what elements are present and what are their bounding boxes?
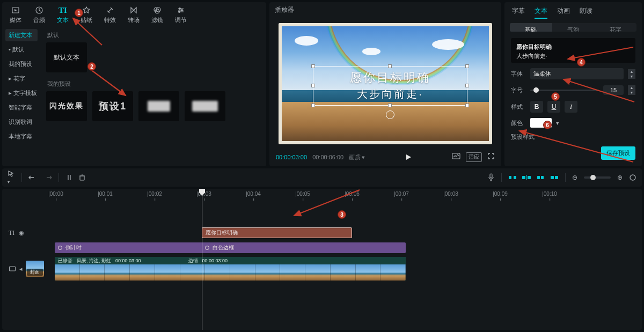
underline-button[interactable]: U (547, 101, 560, 113)
size-label: 字号 (511, 86, 526, 94)
font-label: 字体 (511, 70, 526, 78)
effect-clip-2[interactable]: 白色边框 (202, 242, 406, 253)
text-clip[interactable]: 愿你目标明确 (202, 227, 352, 238)
size-value[interactable]: 15 (603, 85, 624, 95)
fullscreen-icon[interactable] (487, 152, 495, 162)
library-panel: 媒体 音频 TI文本 贴纸 特效 转场 滤镜 调节 新建文本 • 默认 我的预设… (2, 2, 266, 166)
sidebar-item-mypreset[interactable]: 我的预设 (5, 58, 38, 70)
preset-2[interactable]: 预设1 (92, 91, 133, 121)
handle-br[interactable] (465, 104, 469, 107)
sidebar-item-template[interactable]: ▸ 文字模板 (5, 87, 38, 99)
sticker-icon (82, 5, 91, 15)
gear-icon (205, 246, 209, 250)
overlay-line2: 大步向前走· (357, 87, 423, 101)
video-dur: 00:00:03:00 (115, 258, 141, 263)
text-content-input[interactable]: 愿你目标明确 大步向前走· (511, 38, 635, 63)
handle-tl[interactable] (311, 64, 315, 68)
playhead[interactable] (202, 189, 202, 330)
cover-thumb[interactable]: 封面 (26, 261, 44, 277)
handle-tm[interactable] (388, 64, 392, 68)
tab-text[interactable]: TI文本 (57, 5, 69, 25)
select-tool-icon[interactable]: ▾ (8, 170, 15, 185)
save-preset-button[interactable]: 保存预设 (601, 146, 635, 160)
zoom-fit-icon[interactable] (629, 174, 636, 181)
zoom-in-icon[interactable]: ⊕ (617, 174, 623, 181)
preset-default-text[interactable]: 默认文本 (46, 42, 87, 72)
snap-2-icon[interactable] (522, 174, 531, 181)
player-controls: 00:00:03:00 00:00:06:00 画质 ▾ 适应 (269, 149, 501, 166)
video-clip[interactable]: 已静音 风景, 海边, 彩虹 00:00:03:00 边情 00:00:03:0… (55, 257, 406, 281)
italic-button[interactable]: I (565, 101, 577, 113)
ptab-text[interactable]: 文本 (535, 6, 547, 19)
text-icon: TI (58, 5, 68, 15)
zoom-out-icon[interactable]: ⊖ (572, 174, 577, 181)
ptab-anim[interactable]: 动画 (557, 6, 570, 19)
sidebar-item-smartcaption[interactable]: 智能字幕 (5, 101, 38, 114)
size-slider[interactable] (530, 85, 599, 95)
svg-rect-12 (514, 176, 516, 179)
color-chevron-icon[interactable]: ▾ (556, 120, 559, 127)
sidebar-item-newtext[interactable]: 新建文本 (5, 29, 38, 41)
eye-icon[interactable]: ◉ (19, 230, 24, 237)
player-stage[interactable]: 愿你目标明确 大步向前走· (269, 18, 501, 149)
size-stepper[interactable]: ▲▼ (628, 85, 635, 95)
sidebar-item-localcaption[interactable]: 本地字幕 (5, 130, 38, 143)
subtab-bubble[interactable]: 气泡 (552, 23, 595, 32)
tab-sticker[interactable]: 贴纸 (80, 5, 92, 25)
time-ruler[interactable]: |00:00 |00:01 |00:02 |00:03 |00:04 |00:0… (47, 189, 642, 201)
ratio-button[interactable]: 适应 (466, 152, 482, 162)
svg-point-6 (181, 10, 183, 11)
handle-ml[interactable] (311, 84, 315, 87)
snap-1-icon[interactable] (508, 174, 517, 181)
split-icon[interactable] (65, 174, 73, 181)
quality-select[interactable]: 画质 ▾ (349, 153, 365, 161)
font-stepper[interactable]: ▲▼ (628, 69, 635, 79)
zoom-slider[interactable] (584, 176, 611, 179)
tab-filter[interactable]: 滤镜 (151, 5, 163, 25)
properties-subtabs: 基础 气泡 花字 (510, 23, 636, 32)
sidebar-item-fancy[interactable]: ▸ 花字 (5, 72, 38, 85)
preset-grid: 默认 默认文本 我的预设 闪光效果 预设1 (41, 26, 266, 166)
rotate-handle[interactable] (386, 110, 394, 119)
time-current: 00:00:03:00 (276, 154, 307, 160)
undo-icon[interactable] (28, 174, 37, 181)
video-dur2: 00:00:03:00 (202, 258, 228, 263)
delete-icon[interactable] (78, 174, 86, 181)
scope-icon[interactable] (452, 152, 460, 162)
svg-rect-16 (541, 176, 544, 179)
snap-4-icon[interactable] (550, 174, 559, 181)
snap-3-icon[interactable] (536, 174, 545, 181)
tab-transition[interactable]: 转场 (128, 5, 140, 25)
tab-audio[interactable]: 音频 (33, 5, 45, 25)
handle-mr[interactable] (465, 84, 469, 87)
bold-button[interactable]: B (530, 101, 543, 113)
ptab-caption[interactable]: 字幕 (512, 6, 525, 19)
color-swatch[interactable] (530, 118, 552, 128)
tab-effect[interactable]: 特效 (104, 5, 116, 25)
play-button[interactable] (405, 153, 412, 161)
mic-icon[interactable] (487, 173, 495, 182)
preset-3[interactable] (138, 91, 179, 121)
preset-4[interactable] (185, 91, 225, 121)
size-row: 字号 15 ▲▼ (511, 85, 635, 95)
tab-adjust[interactable]: 调节 (175, 5, 187, 25)
ptab-read[interactable]: 朗读 (580, 6, 592, 19)
preset-1[interactable]: 闪光效果 (46, 91, 87, 121)
handle-tr[interactable] (465, 64, 469, 68)
handle-bm[interactable] (388, 104, 392, 107)
sidebar-item-lyrics[interactable]: 识别歌词 (5, 116, 38, 128)
subtab-basic[interactable]: 基础 (510, 23, 552, 32)
redo-icon[interactable] (43, 174, 52, 181)
text-overlay-box[interactable]: 愿你目标明确 大步向前走· (313, 66, 467, 106)
svg-rect-9 (80, 176, 84, 180)
handle-bl[interactable] (311, 104, 315, 107)
tab-media[interactable]: 媒体 (10, 5, 21, 25)
font-select[interactable]: 温柔体 (530, 68, 624, 79)
transition-icon (129, 5, 138, 15)
sidebar-item-default[interactable]: • 默认 (5, 43, 38, 56)
color-row: 颜色 ▾ (511, 118, 635, 128)
lock-icon[interactable]: ◂ (19, 265, 23, 272)
subtab-fancy[interactable]: 花字 (594, 23, 636, 32)
player-panel: 播放器 愿你目标明确 大步向前走· (269, 2, 501, 166)
svg-rect-11 (509, 176, 511, 179)
